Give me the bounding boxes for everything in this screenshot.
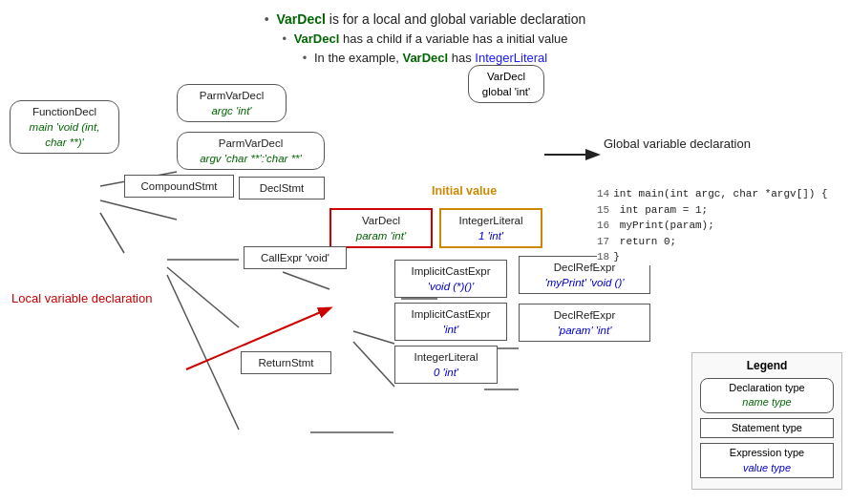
declstmt-title: DeclStmt: [247, 180, 316, 196]
initial-value-label: Initial value: [432, 184, 497, 198]
svg-line-9: [353, 342, 394, 387]
parmvar2-title: ParmVarDecl: [185, 136, 316, 151]
bullet-2: •: [282, 32, 289, 46]
svg-line-11: [167, 275, 239, 430]
legend-statement: Statement type: [700, 418, 834, 438]
code-line-17: 17 return 0;: [597, 234, 828, 250]
intliteral2-node: IntegerLiteral 0 'int': [394, 346, 498, 384]
parmvar1-sub: argc 'int': [185, 103, 278, 118]
callexpr-node: CallExpr 'void': [244, 246, 347, 269]
intliteral1-sub: 1 'int': [449, 228, 533, 243]
implicitcast1-sub: 'void (*)()': [403, 279, 499, 294]
legend-decl-sub: name type: [707, 395, 827, 410]
returnstmt-title: ReturnStmt: [249, 355, 323, 370]
svg-line-2: [100, 213, 124, 253]
implicitcast1-title: ImplicitCastExpr: [403, 263, 499, 279]
functiondecl-sub: main 'void (int, char **)': [18, 119, 111, 150]
implicitcast2-title: ImplicitCastExpr: [403, 306, 499, 322]
code-line-18: 18}: [597, 249, 828, 265]
svg-line-4: [283, 272, 329, 289]
declrefexpr1-sub: 'myPrint' 'void ()': [527, 275, 642, 290]
svg-line-6: [167, 267, 239, 327]
callexpr-title: CallExpr 'void': [252, 250, 338, 265]
implicitcast2-node: ImplicitCastExpr 'int': [394, 303, 507, 341]
local-variable-label: Local variable declaration: [11, 291, 152, 305]
vardecl-label-1: VarDecl: [277, 11, 326, 27]
declrefexpr2-title: DeclRefExpr: [527, 307, 642, 323]
svg-line-1: [100, 200, 177, 220]
code-line-15: 15 int param = 1;: [597, 202, 828, 219]
legend-decl-title: Declaration type: [707, 381, 827, 395]
parmvar2-node: ParmVarDecl argv 'char **':'char **': [177, 132, 325, 170]
declrefexpr2-sub: 'param' 'int': [527, 323, 642, 338]
declstmt-node: DeclStmt: [239, 177, 325, 200]
vardecl-global-title: VarDecl: [478, 69, 534, 84]
header-section: • VarDecl is for a local and global vari…: [0, 0, 850, 73]
header-text-1: is for a local and global variable decla…: [329, 11, 586, 27]
intliteral2-sub: 0 'int': [403, 365, 489, 380]
integerliteral-label: IntegerLiteral: [475, 51, 547, 65]
code-line-16: 16 myPrint(param);: [597, 218, 828, 234]
returnstmt-node: ReturnStmt: [241, 351, 331, 374]
code-line-14: 14int main(int argc, char *argv[]) {: [597, 186, 828, 202]
declrefexpr2-node: DeclRefExpr 'param' 'int': [519, 304, 650, 342]
compoundstmt-title: CompoundStmt: [133, 178, 225, 194]
compoundstmt-node: CompoundStmt: [124, 175, 234, 198]
header-line-1: • VarDecl is for a local and global vari…: [0, 10, 850, 30]
legend-declaration: Declaration type name type: [700, 378, 834, 413]
legend-expr-title: Expression type: [707, 446, 827, 460]
parmvar1-title: ParmVarDecl: [185, 88, 278, 103]
bullet-3: •: [303, 51, 310, 65]
legend-title: Legend: [700, 359, 834, 372]
vardecl-global-sub: global 'int': [478, 84, 534, 99]
header-text-3a: In the example,: [314, 51, 403, 65]
intliteral1-node: IntegerLiteral 1 'int': [439, 208, 542, 248]
code-block: 14int main(int argc, char *argv[]) { 15 …: [597, 186, 828, 265]
vardecl-global-node: VarDecl global 'int': [468, 65, 544, 103]
functiondecl-title: FunctionDecl: [18, 104, 111, 119]
functiondecl-node: FunctionDecl main 'void (int, char **)': [10, 100, 119, 154]
legend-box: Legend Declaration type name type Statem…: [691, 352, 842, 490]
vardecl-param-sub: param 'int': [339, 228, 423, 243]
legend-expr-sub: value type: [707, 461, 827, 475]
page-container: • VarDecl is for a local and global vari…: [0, 0, 850, 504]
bullet-1: •: [265, 11, 269, 27]
vardecl-param-node: VarDecl param 'int': [329, 208, 433, 248]
legend-stmt-title: Statement type: [707, 421, 827, 435]
implicitcast1-node: ImplicitCastExpr 'void (*)()': [394, 260, 507, 298]
parmvar2-sub: argv 'char **':'char **': [185, 151, 316, 166]
vardecl-param-title: VarDecl: [339, 213, 423, 228]
vardecl-label-2: VarDecl: [294, 32, 340, 46]
header-text-2: has a child if a variable has a initial …: [343, 32, 568, 46]
legend-expression: Expression type value type: [700, 443, 834, 478]
header-text-3b: has: [452, 51, 476, 65]
parmvar1-node: ParmVarDecl argc 'int': [177, 84, 287, 122]
header-line-2: • VarDecl has a child if a variable has …: [0, 30, 850, 49]
svg-line-7: [353, 331, 394, 344]
intliteral1-title: IntegerLiteral: [449, 213, 533, 228]
global-variable-label: Global variable declaration: [604, 136, 751, 151]
vardecl-label-3: VarDecl: [402, 51, 448, 65]
intliteral2-title: IntegerLiteral: [403, 349, 489, 365]
implicitcast2-sub: 'int': [403, 322, 499, 337]
header-line-3: • In the example, VarDecl has IntegerLit…: [0, 49, 850, 68]
